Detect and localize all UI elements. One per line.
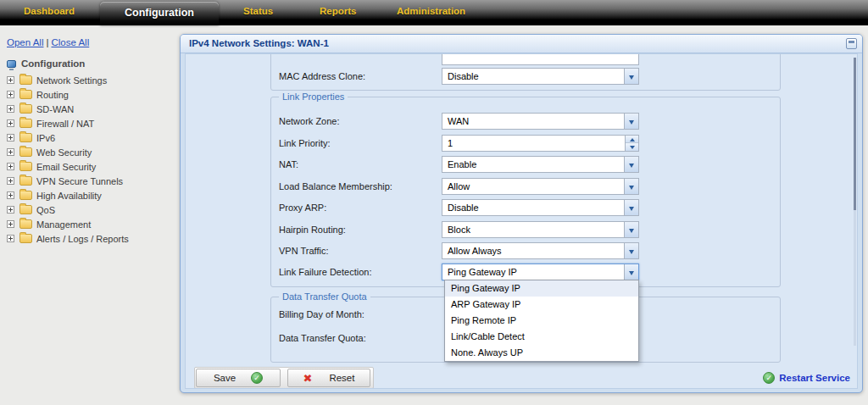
tree-item-label: Network Settings xyxy=(36,75,107,86)
load-balance-membership-label: Load Balance Membership: xyxy=(279,178,392,195)
check-circle-icon: ✓ xyxy=(251,372,263,384)
combo-value: Allow Always xyxy=(448,246,502,256)
config-tree: Configuration Network Settings Routing S… xyxy=(7,56,176,246)
restart-service-button[interactable]: ✓ Restart Service xyxy=(763,369,850,386)
link-priority-input[interactable]: 1 xyxy=(442,135,639,152)
dropdown-option-ping-remote-ip[interactable]: Ping Remote IP xyxy=(445,313,638,329)
reset-button[interactable]: ✖ Reset xyxy=(287,369,370,387)
top-nav-bar: Dashboard Configuration Status Reports A… xyxy=(0,0,868,25)
network-zone-row: Network Zone: WAN xyxy=(186,113,857,130)
expand-plus-icon[interactable] xyxy=(7,163,14,170)
restart-service-label: Restart Service xyxy=(779,373,850,383)
expand-plus-icon[interactable] xyxy=(7,177,14,185)
dropdown-option-none-always-up[interactable]: None. Always UP xyxy=(445,345,638,361)
expand-plus-icon[interactable] xyxy=(7,105,14,113)
expand-plus-icon[interactable] xyxy=(7,76,14,84)
chevron-down-icon[interactable] xyxy=(624,157,638,172)
nav-item-administration[interactable]: Administration xyxy=(397,0,465,23)
close-all-link[interactable]: Close All xyxy=(51,37,89,47)
nav-item-dashboard[interactable]: Dashboard xyxy=(24,0,75,23)
save-button-label: Save xyxy=(214,373,236,383)
chevron-down-icon[interactable] xyxy=(624,114,638,129)
dropdown-option-ping-gateway-ip[interactable]: Ping Gateway IP xyxy=(445,280,638,297)
expand-plus-icon[interactable] xyxy=(7,235,14,242)
expand-plus-icon[interactable] xyxy=(7,206,14,214)
link-failure-detection-row: Link Failure Detection: Ping Gateway IP xyxy=(186,264,857,280)
link-priority-label: Link Priority: xyxy=(279,135,331,152)
tree-item-label: Web Security xyxy=(36,147,92,158)
tree-expand-links: Open All|Close All xyxy=(7,37,89,47)
chevron-down-icon[interactable] xyxy=(624,69,638,84)
sidebar-item-email-security[interactable]: Email Security xyxy=(7,159,176,174)
sidebar-item-vpn-secure-tunnels[interactable]: VPN Secure Tunnels xyxy=(7,174,176,188)
page-title: IPv4 Network Settings: WAN-1 xyxy=(189,38,329,48)
folder-icon xyxy=(19,133,32,142)
nat-select[interactable]: Enable xyxy=(442,156,639,173)
dropdown-option-arp-gateway-ip[interactable]: ARP Gateway IP xyxy=(445,297,638,313)
network-zone-select[interactable]: WAN xyxy=(442,113,639,130)
link-failure-detection-label: Link Failure Detection: xyxy=(279,264,371,280)
link-failure-detection-select[interactable]: Ping Gateway IP xyxy=(442,264,639,280)
sidebar-item-network-settings[interactable]: Network Settings xyxy=(7,73,176,87)
combo-value: Ping Gateway IP xyxy=(448,267,517,277)
sidebar-item-management[interactable]: Management xyxy=(7,217,176,231)
save-button[interactable]: Save ✓ xyxy=(196,369,281,387)
proxy-arp-label: Proxy ARP: xyxy=(279,199,326,216)
expand-plus-icon[interactable] xyxy=(7,191,14,199)
sidebar-item-routing[interactable]: Routing xyxy=(7,87,176,102)
folder-icon xyxy=(19,191,32,200)
chevron-down-icon[interactable] xyxy=(624,243,638,258)
sidebar-item-sd-wan[interactable]: SD-WAN xyxy=(7,102,176,116)
tree-item-label: High Availability xyxy=(36,191,102,201)
hairpin-routing-select[interactable]: Block xyxy=(442,221,639,238)
dropdown-option-link-cable-detect[interactable]: Link/Cable Detect xyxy=(445,329,638,345)
expand-plus-icon[interactable] xyxy=(7,91,14,98)
vpn-traffic-select[interactable]: Allow Always xyxy=(442,242,639,259)
scrollbar-thumb[interactable] xyxy=(854,58,856,210)
spinner-up-icon[interactable] xyxy=(626,136,638,143)
tree-item-label: Alerts / Logs / Reports xyxy=(36,234,129,244)
nat-row: NAT: Enable xyxy=(186,156,857,173)
mac-address-clone-select[interactable]: Disable xyxy=(442,68,639,85)
chevron-down-icon[interactable] xyxy=(624,179,638,194)
collapse-panel-icon[interactable] xyxy=(846,38,857,49)
folder-icon xyxy=(19,219,32,229)
combo-value: Disable xyxy=(448,71,479,81)
expand-plus-icon[interactable] xyxy=(7,220,14,228)
chevron-down-icon[interactable] xyxy=(624,200,638,215)
expand-plus-icon[interactable] xyxy=(7,148,14,156)
tree-item-label: IPv6 xyxy=(36,133,55,143)
folder-icon xyxy=(19,75,32,85)
chevron-down-icon[interactable] xyxy=(624,264,638,280)
proxy-arp-select[interactable]: Disable xyxy=(442,199,639,216)
tree-item-label: VPN Secure Tunnels xyxy=(36,176,123,186)
tree-item-label: Management xyxy=(36,219,91,230)
tree-item-label: Email Security xyxy=(36,162,96,172)
open-all-link[interactable]: Open All xyxy=(7,37,43,47)
sidebar-item-ipv6[interactable]: IPv6 xyxy=(7,130,176,145)
folder-icon xyxy=(19,162,32,171)
nav-tab-configuration[interactable]: Configuration xyxy=(100,2,219,25)
hairpin-routing-row: Hairpin Routing: Block xyxy=(186,221,857,238)
sidebar-item-web-security[interactable]: Web Security xyxy=(7,145,176,159)
sidebar-item-firewall-nat[interactable]: Firewall / NAT xyxy=(7,116,176,130)
folder-icon xyxy=(19,205,32,214)
sidebar-item-qos[interactable]: QoS xyxy=(7,202,176,217)
sidebar-item-high-availability[interactable]: High Availability xyxy=(7,188,176,202)
combo-value: WAN xyxy=(448,116,469,126)
scrolled-text-input[interactable]: **** xyxy=(442,54,639,65)
folder-icon xyxy=(19,147,32,157)
expand-plus-icon[interactable] xyxy=(7,119,14,127)
tree-root-configuration[interactable]: Configuration xyxy=(7,56,176,71)
folder-icon xyxy=(19,119,32,128)
chevron-down-icon[interactable] xyxy=(624,222,638,237)
mac-address-clone-label: MAC Address Clone: xyxy=(279,68,365,85)
nav-item-status[interactable]: Status xyxy=(243,0,273,23)
expand-plus-icon[interactable] xyxy=(7,134,14,141)
restart-check-circle-icon: ✓ xyxy=(763,372,775,384)
nav-item-reports[interactable]: Reports xyxy=(320,0,356,23)
link-priority-row: Link Priority: 1 xyxy=(186,135,857,152)
spinner-down-icon[interactable] xyxy=(626,143,638,151)
load-balance-membership-select[interactable]: Allow xyxy=(442,178,639,195)
sidebar-item-alerts-logs-reports[interactable]: Alerts / Logs / Reports xyxy=(7,231,176,246)
